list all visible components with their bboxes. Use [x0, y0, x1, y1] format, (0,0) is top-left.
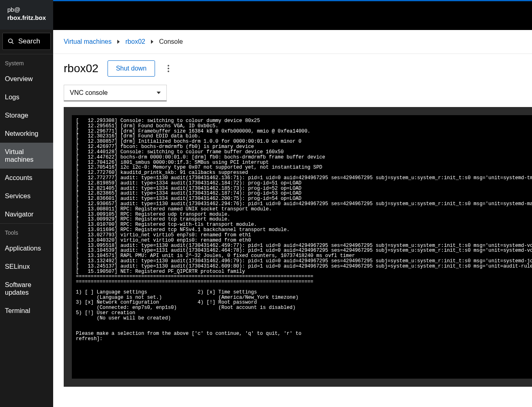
- group-label-system: System: [0, 54, 53, 70]
- console-frame: [ 12.293308] Console: switching to colou…: [64, 107, 532, 387]
- sidebar-item-accounts[interactable]: Accounts: [0, 169, 53, 187]
- console-type-select[interactable]: VNC console: [64, 85, 167, 101]
- console-type-value: VNC console: [70, 89, 108, 96]
- page-title: rbox02: [64, 62, 99, 75]
- sidebar-item-virtual-machines[interactable]: Virtual machines: [0, 143, 53, 169]
- sidebar-item-networking[interactable]: Networking: [0, 124, 53, 143]
- sidebar-item-software-updates[interactable]: Software updates: [0, 276, 53, 302]
- search-icon: [8, 38, 14, 45]
- console-controls: VNC console Send key Disconnect: [53, 81, 532, 107]
- chevron-right-icon: [117, 40, 120, 44]
- user-at: pb@: [7, 6, 46, 14]
- sidebar-item-logs[interactable]: Logs: [0, 88, 53, 106]
- vnc-console[interactable]: [ 12.293308] Console: switching to colou…: [72, 115, 532, 379]
- hostname: rbox.fritz.box: [7, 14, 46, 22]
- sidebar-item-applications[interactable]: Applications: [0, 239, 53, 257]
- sidebar-item-storage[interactable]: Storage: [0, 106, 53, 124]
- chevron-right-icon: [151, 40, 153, 44]
- breadcrumb: Virtual machines rbox02 Console: [53, 30, 532, 54]
- crumb-virtual-machines[interactable]: Virtual machines: [64, 38, 112, 45]
- search-input[interactable]: Search: [2, 33, 51, 50]
- svg-line-1: [12, 42, 13, 44]
- sidebar-item-overview[interactable]: Overview: [0, 70, 53, 88]
- sidebar-item-navigator[interactable]: Navigator: [0, 205, 53, 223]
- host-header[interactable]: pb@ rbox.fritz.box: [0, 0, 53, 30]
- crumb-current: Console: [159, 38, 183, 45]
- shutdown-button[interactable]: Shut down: [108, 60, 155, 77]
- search-placeholder: Search: [18, 37, 40, 45]
- topbar: Administrative access Help Session: [53, 0, 532, 30]
- sidebar: pb@ rbox.fritz.box Search System Overvie…: [0, 0, 53, 407]
- svg-point-0: [9, 39, 12, 43]
- sidebar-item-terminal[interactable]: Terminal: [0, 302, 53, 320]
- main-content: Administrative access Help Session Virtu…: [53, 0, 532, 407]
- title-bar: rbox02 Shut down: [53, 54, 532, 81]
- group-label-tools: Tools: [0, 223, 53, 239]
- chevron-down-icon: [157, 92, 161, 94]
- crumb-vm-name[interactable]: rbox02: [125, 38, 145, 45]
- kebab-menu[interactable]: [164, 64, 173, 73]
- sidebar-item-selinux[interactable]: SELinux: [0, 257, 53, 276]
- sidebar-item-services[interactable]: Services: [0, 187, 53, 205]
